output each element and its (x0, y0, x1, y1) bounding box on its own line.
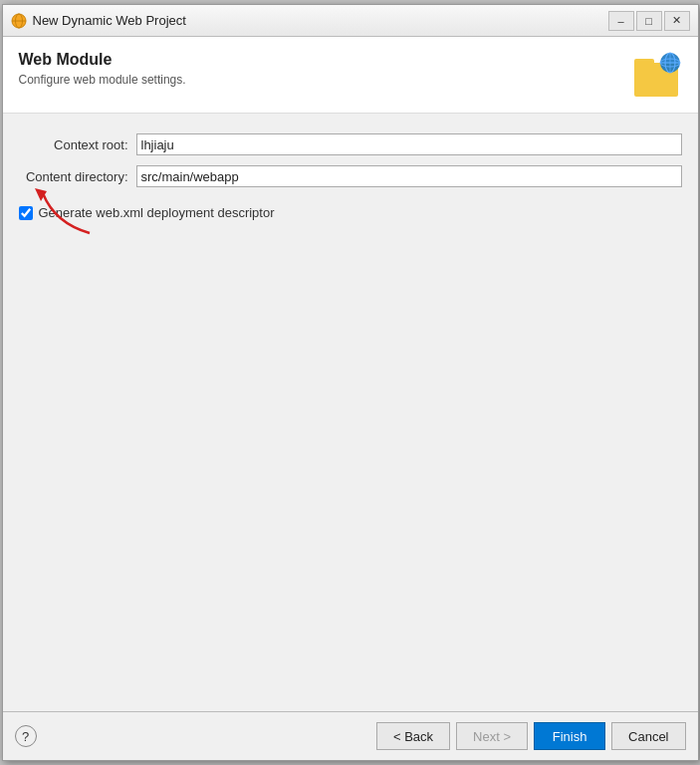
footer-section: ? < Back Next > Finish Cancel (3, 711, 698, 760)
section-title: Web Module (19, 51, 186, 69)
checkbox-label: Generate web.xml deployment descriptor (39, 205, 275, 220)
eclipse-icon (11, 13, 27, 29)
generate-webxml-checkbox[interactable] (19, 206, 33, 220)
minimize-button[interactable]: – (608, 11, 634, 31)
window-title: New Dynamic Web Project (33, 13, 602, 28)
dialog-window: New Dynamic Web Project – □ ✕ Web Module… (2, 4, 699, 761)
content-directory-label: Content directory: (19, 169, 128, 184)
finish-button[interactable]: Finish (534, 722, 605, 750)
window-controls: – □ ✕ (608, 11, 690, 31)
footer-right: < Back Next > Finish Cancel (376, 722, 686, 750)
context-root-input[interactable] (136, 133, 682, 155)
section-subtitle: Configure web module settings. (19, 73, 186, 87)
context-root-row: Context root: (19, 133, 682, 155)
header-section: Web Module Configure web module settings… (3, 37, 698, 114)
checkbox-row: Generate web.xml deployment descriptor (19, 205, 682, 220)
cancel-button[interactable]: Cancel (611, 722, 685, 750)
title-bar: New Dynamic Web Project – □ ✕ (3, 5, 698, 37)
footer-left: ? (15, 725, 37, 747)
svg-marker-8 (35, 188, 47, 201)
maximize-button[interactable]: □ (636, 11, 662, 31)
help-button[interactable]: ? (15, 725, 37, 747)
back-button[interactable]: < Back (376, 722, 450, 750)
context-root-label: Context root: (19, 137, 128, 152)
header-text: Web Module Configure web module settings… (19, 51, 186, 87)
content-area: Web Module Configure web module settings… (3, 37, 698, 760)
next-button[interactable]: Next > (456, 722, 528, 750)
close-button[interactable]: ✕ (664, 11, 690, 31)
content-directory-row: Content directory: (19, 165, 682, 187)
web-module-icon (634, 51, 682, 99)
globe-overlay (658, 51, 682, 75)
content-directory-input[interactable] (136, 165, 682, 187)
main-section: Context root: Content directory: Generat… (3, 114, 698, 711)
